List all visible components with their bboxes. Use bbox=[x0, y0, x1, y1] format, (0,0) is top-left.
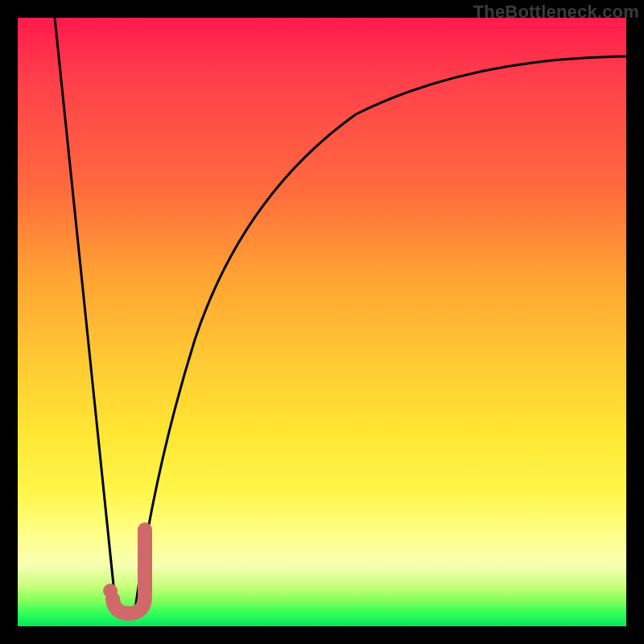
marker-j-hook bbox=[113, 530, 145, 613]
curve-layer bbox=[18, 18, 626, 626]
plot-area bbox=[18, 18, 626, 626]
chart-frame: TheBottleneck.com bbox=[0, 0, 644, 644]
attribution-text: TheBottleneck.com bbox=[473, 2, 639, 23]
curve-left-branch bbox=[55, 18, 116, 609]
curve-right-branch bbox=[135, 56, 626, 609]
